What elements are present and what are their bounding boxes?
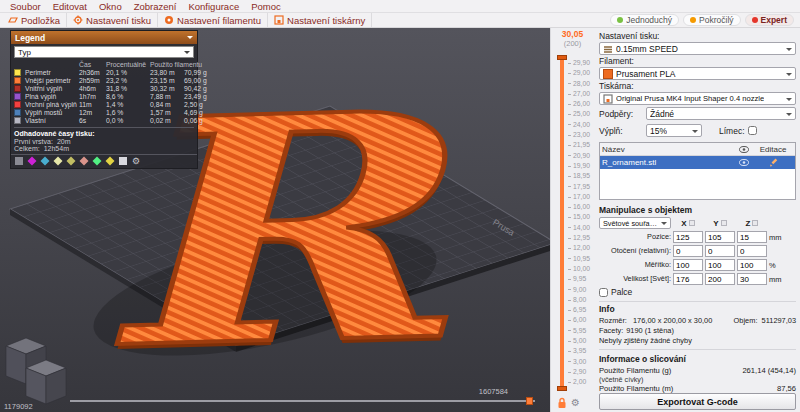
deretractions-toggle-icon[interactable] bbox=[40, 156, 49, 165]
tab-nastaveni-filamentu[interactable]: Nastavení filamentu bbox=[158, 13, 268, 27]
legend-settings-gear-icon[interactable]: ⚙ bbox=[132, 157, 140, 165]
scale-x-input[interactable] bbox=[673, 259, 703, 271]
rotation-x-input[interactable] bbox=[673, 245, 703, 257]
tool-changes-toggle-icon[interactable] bbox=[66, 156, 75, 165]
feature-percent: 23,2 % bbox=[106, 77, 148, 84]
brim-checkbox[interactable] bbox=[748, 126, 757, 135]
feature-time: 2h36m bbox=[79, 69, 104, 76]
layer-tick-label: 6,00 bbox=[568, 315, 590, 325]
coordinate-system-select[interactable]: Světové souřadnice bbox=[599, 217, 671, 229]
filament-spool-icon bbox=[164, 15, 174, 25]
tab-label: Podložka bbox=[21, 15, 60, 26]
scale-row: Měřítko: % bbox=[599, 259, 796, 271]
hslider-min-value: 1179092 bbox=[4, 402, 33, 411]
size-x-input[interactable] bbox=[673, 273, 703, 285]
color-changes-toggle-icon[interactable] bbox=[79, 156, 88, 165]
layer-tick-label: 9,00 bbox=[568, 285, 590, 295]
feature-grams: 0,06 g bbox=[184, 117, 209, 124]
legend-header[interactable]: Legend bbox=[11, 31, 197, 44]
feature-grams: 70,99 g bbox=[184, 69, 209, 76]
feature-label[interactable]: Plná výplň bbox=[25, 93, 77, 100]
print-settings-select[interactable]: 0.15mm SPEED bbox=[599, 42, 796, 55]
infill-select[interactable]: 15% bbox=[646, 124, 702, 137]
total-time-value: 12h54m bbox=[44, 145, 69, 152]
custom-gcode-toggle-icon[interactable] bbox=[105, 156, 114, 165]
menu-okno[interactable]: Okno bbox=[93, 1, 128, 12]
feature-label[interactable]: Vlastní bbox=[25, 117, 77, 124]
feature-percent: 1,6 % bbox=[106, 109, 148, 116]
rotation-y-input[interactable] bbox=[705, 245, 735, 257]
mode-jednoduchy[interactable]: Jednoduchý bbox=[610, 14, 679, 26]
feature-label[interactable]: Perimetr bbox=[25, 69, 77, 76]
mode-expert[interactable]: Expert bbox=[745, 14, 794, 26]
travels-toggle-icon[interactable] bbox=[15, 157, 23, 165]
printer-select[interactable]: Original Prusa MK4 Input Shaper 0.4 nozz… bbox=[599, 92, 796, 105]
mode-dot-simple bbox=[617, 17, 623, 23]
col-time: Čas bbox=[79, 61, 104, 68]
horizontal-slider-handle[interactable] bbox=[526, 397, 533, 405]
feature-label[interactable]: Vnitřní výplň bbox=[25, 85, 77, 92]
menu-pomoc[interactable]: Pomoc bbox=[245, 1, 287, 12]
menu-soubor[interactable]: Soubor bbox=[4, 1, 47, 12]
axis-z-lock-icon[interactable] bbox=[752, 220, 758, 226]
axis-y-lock-icon[interactable] bbox=[721, 220, 727, 226]
layer-slider-upper-handle[interactable] bbox=[557, 55, 567, 60]
feature-swatch bbox=[14, 85, 21, 92]
tab-nastaveni-tiskarny[interactable]: Nastavení tiskárny bbox=[268, 13, 372, 27]
export-gcode-button[interactable]: Exportovat G-code bbox=[599, 393, 796, 410]
tab-nastaveni-tisku[interactable]: Nastavení tisku bbox=[67, 13, 158, 27]
inches-label: Palce bbox=[611, 287, 632, 297]
tab-podlozka[interactable]: Podložka bbox=[2, 13, 67, 27]
inches-checkbox[interactable] bbox=[599, 288, 608, 297]
mode-switcher: Jednoduchý Pokročilý Expert bbox=[610, 14, 800, 26]
infill-label: Výplň: bbox=[599, 126, 643, 136]
position-x-input[interactable] bbox=[673, 231, 703, 243]
filament-meters-label: Použito Filamentu (m) bbox=[599, 384, 673, 393]
size-y-input[interactable] bbox=[705, 273, 735, 285]
layer-tick-label: 20,90 bbox=[568, 151, 590, 161]
3d-viewport[interactable]: Prusa R R Legend bbox=[0, 28, 550, 412]
supports-select[interactable]: Žádné bbox=[646, 107, 796, 120]
legend-type-dropdown[interactable]: Typ bbox=[14, 46, 194, 58]
object-visibility-eye-icon[interactable] bbox=[739, 159, 749, 166]
printer-small-icon bbox=[603, 94, 613, 104]
retractions-toggle-icon[interactable] bbox=[27, 156, 36, 165]
layer-slider-lower-handle[interactable] bbox=[557, 386, 567, 391]
feature-grams: 2,50 g bbox=[184, 101, 209, 108]
rotation-z-input[interactable] bbox=[737, 245, 767, 257]
mode-pokrocily[interactable]: Pokročilý bbox=[683, 14, 740, 26]
legend-collapse-icon[interactable] bbox=[187, 36, 193, 42]
layer-tick-label: 10,95 bbox=[568, 254, 590, 264]
layer-tick-label: 17,95 bbox=[568, 182, 590, 192]
feature-grams: 69,00 g bbox=[184, 77, 209, 84]
feature-percent: 31,8 % bbox=[106, 85, 148, 92]
menu-editovat[interactable]: Editovat bbox=[47, 1, 93, 12]
menu-konfigurace[interactable]: Konfigurace bbox=[182, 1, 245, 12]
menu-zobrazeni[interactable]: Zobrazení bbox=[128, 1, 183, 12]
shells-toggle-icon[interactable] bbox=[119, 157, 127, 165]
position-y-input[interactable] bbox=[705, 231, 735, 243]
size-z-input[interactable] bbox=[737, 273, 767, 285]
axis-x-lock-icon[interactable] bbox=[689, 220, 695, 226]
object-row[interactable]: R_ornament.stl bbox=[600, 156, 795, 169]
feature-percent: 1,4 % bbox=[106, 101, 148, 108]
feature-label[interactable]: Vnější perimetr bbox=[25, 77, 77, 84]
manipulation-title: Manipulace s objektem bbox=[599, 205, 796, 215]
seams-toggle-icon[interactable] bbox=[53, 156, 62, 165]
scale-y-input[interactable] bbox=[705, 259, 735, 271]
filament-select[interactable]: Prusament PLA bbox=[599, 67, 796, 80]
position-z-input[interactable] bbox=[737, 231, 767, 243]
scale-z-input[interactable] bbox=[737, 259, 767, 271]
feature-label[interactable]: Vrchní plná výplň bbox=[25, 101, 77, 108]
feature-label[interactable]: Výplň mostů bbox=[25, 109, 77, 116]
pause-prints-toggle-icon[interactable] bbox=[92, 156, 101, 165]
printer-label: Tiskárna: bbox=[599, 81, 796, 91]
axis-x-label: X bbox=[681, 219, 686, 228]
layer-range-lock-icon[interactable] bbox=[557, 397, 567, 409]
slider-settings-gear-icon[interactable]: ⚙ bbox=[571, 398, 580, 408]
object-edit-pencil-icon[interactable] bbox=[769, 158, 778, 167]
total-time-label: Celkem: bbox=[14, 145, 40, 152]
feature-percent: 20,1 % bbox=[106, 69, 148, 76]
horizontal-slider[interactable] bbox=[70, 400, 535, 402]
layer-slider-track[interactable] bbox=[560, 58, 564, 388]
